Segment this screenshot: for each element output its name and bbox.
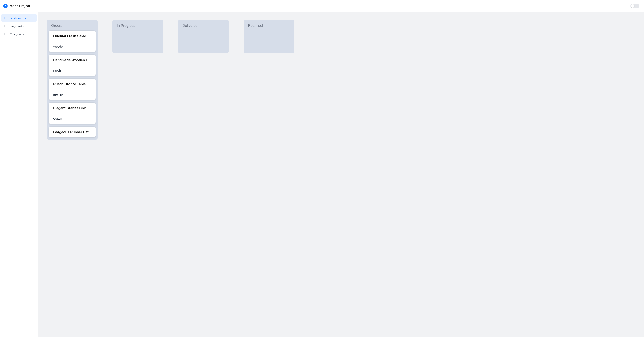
- card-subtitle: Fresh: [49, 65, 96, 76]
- column-body: Oriental Fresh Salad Wooden Handmade Woo…: [47, 31, 98, 137]
- refine-logo-icon: [3, 4, 8, 8]
- card-title: Elegant Granite Chicken: [49, 103, 96, 113]
- svg-line-7: [636, 7, 636, 7]
- card[interactable]: Rustic Bronze Table Bronze: [49, 79, 96, 100]
- column-returned[interactable]: Returned: [244, 20, 294, 53]
- card-title: Rustic Bronze Table: [49, 79, 96, 89]
- column-in-progress[interactable]: In Progress: [112, 20, 163, 53]
- column-title: In Progress: [112, 20, 163, 31]
- card[interactable]: Elegant Granite Chicken Cotton: [49, 103, 96, 124]
- card-title: Oriental Fresh Salad: [49, 31, 96, 41]
- column-delivered[interactable]: Delivered: [178, 20, 229, 53]
- svg-line-4: [638, 7, 638, 7]
- card-title: Handmade Wooden C...: [49, 55, 96, 65]
- theme-toggle[interactable]: [630, 4, 639, 8]
- brand-title: refine Project: [10, 4, 30, 8]
- list-icon: [4, 25, 7, 28]
- sidebar-item-label: Blog posts: [10, 25, 24, 28]
- column-title: Returned: [244, 20, 294, 31]
- svg-point-0: [636, 6, 638, 7]
- card-subtitle: Cotton: [49, 113, 96, 124]
- card-subtitle: Bronze: [49, 89, 96, 100]
- column-body: [112, 31, 163, 51]
- topbar: refine Project: [0, 0, 644, 12]
- brand: refine Project: [3, 4, 30, 8]
- sidebar-item-categories[interactable]: Categories: [1, 30, 37, 38]
- sidebar-item-blog-posts[interactable]: Blog posts: [1, 22, 37, 30]
- sidebar-item-dashboards[interactable]: Dashboards: [1, 14, 37, 22]
- card-subtitle: Wooden: [49, 41, 96, 52]
- column-orders[interactable]: Orders Oriental Fresh Salad Wooden Handm…: [47, 20, 98, 140]
- card[interactable]: Oriental Fresh Salad Wooden: [49, 31, 96, 52]
- main-content: Orders Oriental Fresh Salad Wooden Handm…: [38, 12, 644, 337]
- column-title: Orders: [47, 20, 98, 31]
- list-icon: [4, 17, 7, 20]
- svg-line-3: [636, 6, 636, 6]
- column-body: [178, 31, 229, 51]
- svg-line-8: [638, 6, 638, 6]
- toggle-knob: [631, 4, 634, 8]
- sidebar-item-label: Categories: [10, 33, 24, 36]
- list-icon: [4, 33, 7, 36]
- card[interactable]: Gorgeous Rubber Hat: [49, 127, 96, 137]
- sidebar: Dashboards Blog posts Categories: [0, 12, 38, 337]
- sun-icon: [636, 5, 638, 7]
- kanban-board: Orders Oriental Fresh Salad Wooden Handm…: [47, 20, 635, 140]
- sidebar-item-label: Dashboards: [10, 17, 26, 20]
- column-body: [244, 31, 294, 51]
- card-title: Gorgeous Rubber Hat: [49, 127, 96, 137]
- card[interactable]: Handmade Wooden C... Fresh: [49, 55, 96, 76]
- column-title: Delivered: [178, 20, 229, 31]
